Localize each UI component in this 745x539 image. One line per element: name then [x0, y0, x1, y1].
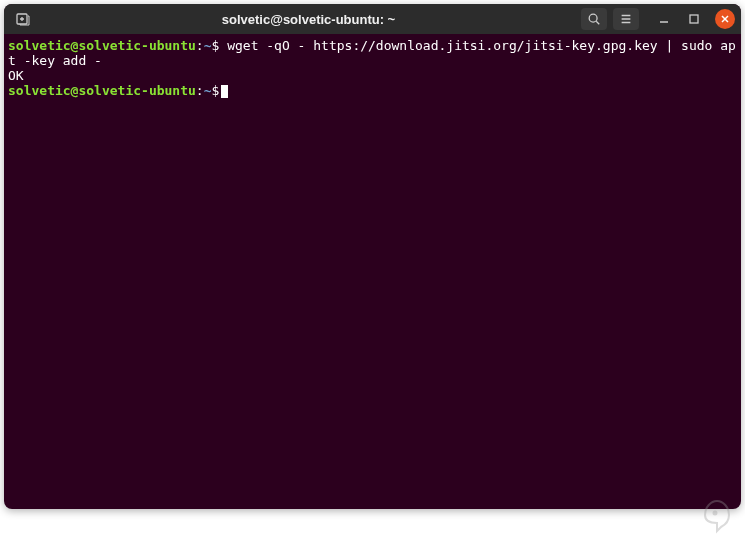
titlebar-right-controls: [581, 8, 735, 30]
prompt-dollar: $: [212, 83, 220, 98]
close-icon: [720, 14, 730, 24]
prompt-line-2: solvetic@solvetic-ubuntu:~$: [8, 83, 228, 98]
minimize-button[interactable]: [655, 10, 673, 28]
svg-point-12: [714, 512, 717, 515]
new-tab-icon: [15, 11, 31, 27]
window-controls: [655, 9, 735, 29]
window-title: solvetic@solvetic-ubuntu: ~: [42, 12, 575, 27]
search-button[interactable]: [581, 8, 607, 30]
prompt-user: solvetic@solvetic-ubuntu: [8, 38, 196, 53]
cursor: [221, 85, 228, 98]
svg-rect-9: [690, 15, 698, 23]
hamburger-icon: [619, 12, 633, 26]
terminal-content[interactable]: solvetic@solvetic-ubuntu:~$ wget -qO - h…: [4, 34, 741, 509]
svg-line-4: [596, 21, 599, 24]
output-line: OK: [8, 68, 24, 83]
maximize-icon: [688, 13, 700, 25]
close-button[interactable]: [715, 9, 735, 29]
terminal-window: solvetic@solvetic-ubuntu: ~: [4, 4, 741, 509]
search-icon: [587, 12, 601, 26]
maximize-button[interactable]: [685, 10, 703, 28]
watermark-icon: [697, 495, 737, 535]
minimize-icon: [658, 13, 670, 25]
titlebar: solvetic@solvetic-ubuntu: ~: [4, 4, 741, 34]
prompt-separator: :: [196, 38, 204, 53]
new-tab-button[interactable]: [10, 8, 36, 30]
prompt-separator: :: [196, 83, 204, 98]
prompt-path: ~: [204, 38, 212, 53]
prompt-user: solvetic@solvetic-ubuntu: [8, 83, 196, 98]
prompt-path: ~: [204, 83, 212, 98]
svg-point-3: [589, 14, 597, 22]
prompt-line-1: solvetic@solvetic-ubuntu:~$ wget -qO - h…: [8, 38, 736, 68]
menu-button[interactable]: [613, 8, 639, 30]
titlebar-left-controls: [10, 8, 36, 30]
